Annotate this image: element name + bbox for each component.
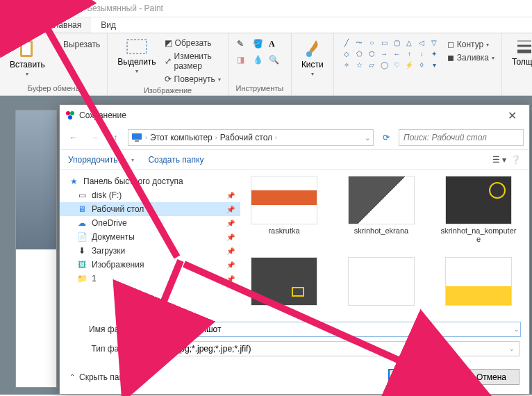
crop-icon: ◩	[165, 38, 172, 48]
chevron-down-icon: ▾	[311, 71, 314, 77]
chevron-down-icon: ▾	[26, 71, 28, 77]
paste-button[interactable]: Вставить ▾	[6, 36, 49, 79]
group-tools: ✎ 🪣 A ◨ 💧 🔍 Инструменты	[228, 33, 292, 95]
tab-view[interactable]: Вид	[91, 17, 126, 33]
group-label-tools: Инструменты	[234, 83, 285, 92]
nav-disk-f[interactable]: ▭disk (F:)📌	[60, 188, 240, 202]
crumb-desktop[interactable]: Рабочий стол	[220, 133, 272, 142]
refresh-icon[interactable]: ⟳	[378, 129, 394, 146]
list-item[interactable]: skrinhot_na_komputere	[440, 176, 517, 243]
zoom-icon[interactable]: 🔍	[269, 55, 283, 69]
doc-icon: 📄	[76, 232, 88, 242]
picker-icon[interactable]: 💧	[253, 55, 267, 69]
address-bar[interactable]: › Этот компьютер › Рабочий стол › ⌄	[128, 129, 374, 146]
app-icon	[65, 110, 75, 120]
filetype-dropdown[interactable]: JPEG (*.jpg;*.jpeg;*.jpe;*.jfif) ⌄	[141, 341, 519, 356]
up-icon[interactable]: ↑	[107, 129, 124, 146]
nav-downloads[interactable]: ⬇Загрузки📌	[60, 244, 240, 258]
hide-folders-button[interactable]: ⌃ Скрыть папки	[69, 372, 132, 382]
folder-icon: 📁	[76, 274, 88, 283]
dialog-body: ★Панель быстрого доступа ▭disk (F:)📌 🖥Ра…	[60, 170, 529, 316]
titlebar: ⌄ | Безымянный - Paint	[0, 0, 532, 17]
scissors-icon: ✂	[53, 40, 60, 49]
pc-icon	[131, 133, 142, 142]
nav-pictures[interactable]: 🖼Изображения📌	[60, 258, 240, 272]
select-button[interactable]: Выделить ▾	[113, 36, 160, 76]
chevron-right-icon: ›	[215, 134, 217, 141]
chevron-down-icon[interactable]: ⌄	[514, 326, 519, 333]
redo-icon[interactable]	[44, 2, 57, 15]
star-icon: ★	[68, 176, 79, 186]
resize-button[interactable]: ⤢Изменить размер	[163, 51, 222, 72]
pin-icon: 📌	[226, 247, 235, 255]
group-shapes: ╱〜○▭▢△◁▽ ◇⬠⬡→←↑↓✦ ✧☆▱◯♡⚡◊▾ ◻Контур ▾ ◼За…	[334, 33, 502, 95]
group-brushes: Кисти ▾	[292, 33, 334, 95]
new-folder-button[interactable]: Создать папку	[148, 155, 203, 165]
qat-dropdown-icon[interactable]: ⌄	[58, 2, 71, 15]
save-icon[interactable]	[17, 2, 29, 15]
filename-input[interactable]	[141, 322, 521, 337]
back-icon[interactable]: ←	[65, 129, 82, 146]
dialog-toolbar: Упорядочить▾ Создать папку ☰ ▾ ❔	[60, 149, 529, 170]
chevron-down-icon: ⌄	[509, 345, 515, 352]
svg-rect-5	[21, 5, 25, 8]
text-icon[interactable]: A	[269, 39, 283, 53]
svg-point-0	[5, 4, 9, 8]
pictures-icon: 🖼	[76, 260, 88, 270]
image-placeholder	[15, 110, 57, 388]
nav-desktop[interactable]: 🖥Рабочий стол📌	[60, 202, 240, 216]
cancel-button[interactable]: Отмена	[463, 369, 519, 385]
list-item[interactable]: skrinhot_ekrana	[343, 176, 419, 243]
svg-point-15	[70, 111, 74, 115]
pin-icon: 📌	[226, 261, 235, 269]
separator: |	[75, 3, 77, 13]
size-button[interactable]: Толщи	[508, 36, 532, 68]
crop-button[interactable]: ◩Обрезать	[163, 38, 222, 49]
brushes-button[interactable]: Кисти ▾	[297, 36, 328, 79]
list-item[interactable]	[440, 257, 517, 306]
desktop-icon: 🖥	[76, 204, 88, 214]
rotate-icon: ⟳	[165, 74, 172, 84]
fill-icon[interactable]: 🪣	[253, 39, 267, 53]
search-input[interactable]	[399, 129, 524, 146]
save-dialog: Сохранение ✕ ← → ↑ › Этот компьютер › Ра…	[59, 104, 530, 395]
tab-file[interactable]: Файл	[0, 17, 40, 33]
shapes-gallery[interactable]: ╱〜○▭▢△◁▽ ◇⬠⬡→←↑↓✦ ✧☆▱◯♡⚡◊▾	[340, 36, 442, 92]
list-item[interactable]: raskrutka	[246, 176, 322, 243]
ribbon: Вставить ▾ ✂Вырезать Буфер обмена Выдели…	[0, 33, 532, 96]
pin-icon: 📌	[226, 220, 235, 227]
outline-icon: ◻	[447, 40, 454, 49]
file-list[interactable]: raskrutka skrinhot_ekrana skrinhot_na_ko…	[240, 170, 529, 316]
nav-onedrive[interactable]: ☁OneDrive📌	[60, 216, 240, 230]
fill-shape-button[interactable]: ◼Заливка ▾	[446, 52, 496, 63]
rotate-button[interactable]: ⟳Повернуть ▾	[163, 74, 222, 85]
group-label-image: Изображение	[113, 85, 222, 94]
tab-home[interactable]: Главная	[40, 17, 92, 33]
help-icon[interactable]: ❔	[510, 155, 521, 165]
save-button[interactable]: Сохранить	[388, 369, 458, 385]
nav-documents[interactable]: 📄Документы📌	[60, 230, 240, 244]
nav-quick-access[interactable]: ★Панель быстрого доступа	[60, 174, 240, 188]
svg-point-14	[66, 111, 70, 115]
chevron-down-icon[interactable]: ⌄	[365, 134, 370, 142]
undo-icon[interactable]	[31, 2, 43, 15]
pin-icon: 📌	[226, 192, 235, 199]
list-item[interactable]	[343, 257, 419, 306]
crumb-this-pc[interactable]: Этот компьютер	[150, 133, 213, 142]
organize-button[interactable]: Упорядочить	[68, 155, 117, 165]
svg-rect-9	[127, 40, 147, 53]
pencil-icon[interactable]: ✎	[237, 39, 251, 53]
filename-label: Имя файла:	[69, 324, 135, 334]
cut-button[interactable]: ✂Вырезать	[52, 39, 101, 50]
close-icon[interactable]: ✕	[501, 106, 524, 125]
eraser-icon[interactable]: ◨	[237, 55, 251, 69]
view-icon[interactable]: ☰ ▾	[492, 155, 506, 165]
list-item[interactable]	[246, 257, 322, 306]
download-icon: ⬇	[76, 246, 88, 256]
group-size: Толщи	[502, 33, 532, 95]
dialog-navbar: ← → ↑ › Этот компьютер › Рабочий стол › …	[60, 126, 529, 149]
outline-button[interactable]: ◻Контур ▾	[446, 39, 496, 50]
nav-folder-1[interactable]: 📁1📌	[60, 272, 240, 286]
forward-icon[interactable]: →	[86, 129, 103, 146]
group-clipboard: Вставить ▾ ✂Вырезать Буфер обмена	[0, 33, 108, 95]
